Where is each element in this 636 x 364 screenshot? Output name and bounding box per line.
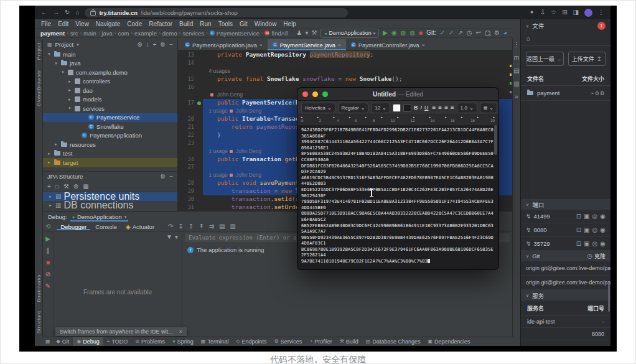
textedit-window[interactable]: Untitled — Edited Helvetica⌄ Regular⌄ 12…	[297, 88, 498, 269]
copy-port-icon[interactable]: ▣	[584, 227, 589, 233]
port-power-icon[interactable]: ◉	[600, 241, 606, 247]
upload-file-button[interactable]: 上传文件 ↥	[568, 52, 606, 66]
expand-all-icon[interactable]: ↕	[146, 42, 149, 48]
side-panel-icon[interactable]: ◨	[573, 9, 579, 16]
pause-icon[interactable]: ∥	[47, 248, 50, 254]
port-power-icon[interactable]: ◉	[600, 213, 606, 220]
menu-help[interactable]: Help	[283, 21, 296, 27]
line-spacing-select[interactable]: 1.0⌄	[457, 103, 477, 113]
breadcrumb-item-services[interactable]: services	[182, 30, 204, 37]
tree-item-models[interactable]: ▸models	[43, 95, 177, 105]
maven-icon[interactable]: m	[514, 55, 519, 61]
tab-stop-icon[interactable]: ▸	[333, 116, 335, 119]
breadcrumb-item-demo[interactable]: demo	[162, 30, 177, 37]
textedit-content[interactable]: 9A743BDC9F6F21B7B49B0E41FEBD4FD29962DB2C…	[297, 126, 498, 267]
sidebar-scrollbar[interactable]	[608, 284, 610, 312]
port-row-41499[interactable]: ↯41499⊡▣◎◉	[521, 210, 610, 223]
filter-funnel-icon[interactable]: ▼	[166, 234, 172, 240]
more-options-icon[interactable]: ⋮	[513, 42, 520, 48]
git-push-icon[interactable]: ↗	[457, 30, 462, 36]
code-line[interactable]: 13 private PaymentRepository paymentRepo…	[178, 51, 512, 59]
menu-code[interactable]: Code	[127, 21, 142, 27]
debug-tab-console[interactable]: Console	[91, 223, 121, 230]
user-caret-icon[interactable]: ▾	[305, 30, 308, 36]
tree-item-com-example-demo[interactable]: ▾com.example.demo	[43, 68, 177, 77]
statusbar-item-debug[interactable]: ◉Debug	[73, 337, 103, 347]
build-hammer-icon[interactable]: ⚒	[311, 30, 317, 36]
port-power-icon[interactable]: ◉	[600, 227, 606, 233]
tab-close-icon[interactable]: ×	[260, 42, 263, 48]
tab-stop-icon[interactable]: ▸	[365, 116, 367, 119]
tree-item-dao[interactable]: ▸dao	[43, 86, 177, 95]
stop-program-icon[interactable]: ■	[46, 259, 50, 266]
locate-icon[interactable]: ⊗	[137, 42, 142, 48]
filter-caret-icon[interactable]: ▾	[175, 234, 178, 240]
tree-item-paymentservice[interactable]: CPaymentService	[43, 113, 177, 123]
tab-close-icon[interactable]: ×	[422, 42, 425, 48]
tab-paymentservice-java[interactable]: CPaymentService.java×	[268, 39, 346, 50]
open-external-icon[interactable]: ⊡	[576, 213, 581, 220]
statusbar-item-todo[interactable]: ≡TODO	[103, 337, 132, 347]
open-external-icon[interactable]: ⊡	[576, 227, 581, 233]
tree-item-resources[interactable]: ▸resources	[43, 140, 177, 149]
go-up-button[interactable]: 返回上一级 ←	[526, 52, 564, 66]
debug-bug-icon[interactable]: ◉	[391, 30, 397, 36]
menu-file[interactable]: File	[41, 21, 51, 27]
tab-stop-icon[interactable]: ▸	[461, 116, 463, 119]
project-panel-title[interactable]: Project	[55, 41, 74, 48]
step-over-icon[interactable]: ↷	[168, 223, 173, 230]
tab-close-icon[interactable]: ×	[338, 42, 341, 48]
code-line[interactable]: 14	[178, 59, 512, 67]
tool-strip-bookmarks[interactable]: Bookmarks	[36, 274, 42, 302]
browser-menu-icon[interactable]: ⋮	[598, 9, 604, 16]
breadcrumb-item-src[interactable]: src	[70, 30, 78, 37]
textedit-titlebar[interactable]: Untitled — Edited	[297, 88, 498, 101]
tree-item-test[interactable]: ▸test	[43, 149, 177, 159]
tab-stop-icon[interactable]: ▸	[477, 116, 479, 119]
jpa-folder-icon[interactable]: □	[55, 184, 59, 190]
bookmark-star-icon[interactable]: ☆	[551, 9, 556, 16]
layout-corner-icon[interactable]: ▦	[45, 339, 50, 344]
force-step-icon[interactable]: ⇉	[209, 223, 214, 230]
port-row-35729[interactable]: ↯35729⊡▣◎◉	[521, 237, 610, 251]
port-preview-icon[interactable]: ◎	[592, 213, 598, 220]
reload-icon[interactable]: ↻	[65, 9, 70, 16]
statusbar-item-services[interactable]: ⚙Services	[271, 337, 306, 347]
port-row-8080[interactable]: ↯8080⊡▣◎◉	[521, 223, 610, 237]
address-bar[interactable]: try.titanide.cn/ide/web/coding/payment/s…	[85, 8, 348, 17]
menu-edit[interactable]: Edit	[58, 21, 68, 27]
tree-item-java[interactable]: ▾java	[43, 59, 177, 68]
rollback-icon[interactable]: ↩	[476, 30, 481, 36]
notifications-icon[interactable]: ◕	[503, 30, 507, 36]
breadcrumb-item-findall[interactable]: mfindAll	[264, 30, 288, 37]
jpa-hide-icon[interactable]: −	[169, 174, 173, 180]
step-into-icon[interactable]: ↧	[178, 223, 183, 230]
menu-git[interactable]: Git	[240, 21, 248, 27]
align-center-icon[interactable]: ≡	[438, 105, 442, 111]
menu-build[interactable]: Build	[179, 21, 193, 27]
font-family-select[interactable]: Helvetica⌄	[301, 103, 335, 113]
tip-close-icon[interactable]: ×	[179, 329, 182, 335]
home-icon[interactable]: ⌂	[75, 9, 79, 16]
statusbar-item-dependencies[interactable]: ▣Dependencies	[424, 337, 474, 347]
git-remote-row-2[interactable]: origin git@gitee.com:live-demo/payme...	[521, 276, 610, 290]
open-external-icon[interactable]: ⊡	[576, 241, 581, 247]
statusbar-item-terminal[interactable]: ▦Terminal	[197, 337, 233, 347]
menu-tools[interactable]: Tools	[218, 21, 233, 27]
forward-icon[interactable]: →	[53, 9, 59, 16]
tool-strip-globalbrowser[interactable]: GlobalBrowser	[36, 70, 42, 106]
service-row-2[interactable]: 8080	[521, 328, 610, 340]
breadcrumb-item-main[interactable]: main	[83, 30, 96, 37]
search-icon[interactable]	[485, 30, 490, 36]
download-icon[interactable]: ⇩	[540, 9, 545, 16]
tree-item-snowflake[interactable]: CSnowflake	[43, 122, 177, 131]
menu-window[interactable]: Window	[255, 21, 277, 27]
git-commit-icon[interactable]: ✓	[449, 30, 454, 36]
expand-icon[interactable]: »	[515, 94, 518, 100]
jpa-panel-title[interactable]: JPA Structure	[47, 173, 83, 180]
database-icon[interactable]: ▤	[513, 68, 519, 74]
files-collapse-icon[interactable]: ∨	[526, 24, 529, 28]
port-preview-icon[interactable]: ◎	[592, 241, 598, 247]
copy-port-icon[interactable]: ▣	[584, 213, 589, 220]
debug-tab-debugger[interactable]: Debugger	[57, 223, 90, 230]
